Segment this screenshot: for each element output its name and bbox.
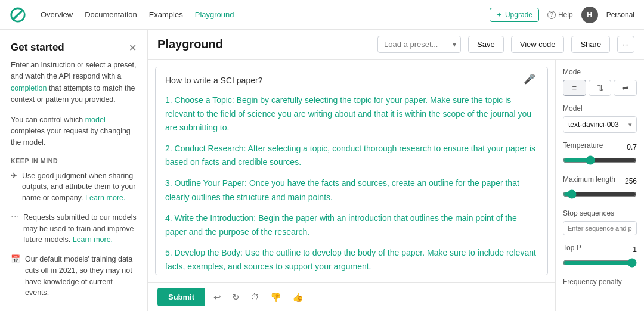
preset-select[interactable]: Load a preset... xyxy=(377,36,461,53)
max-length-slider[interactable] xyxy=(563,189,637,199)
preset-select-wrap: Load a preset... xyxy=(377,36,461,53)
top-p-value: 1 xyxy=(633,245,637,254)
sidebar-description-2: You can control which model completes yo… xyxy=(11,114,137,149)
sidebar-item-2: 〰 Requests submitted to our models may b… xyxy=(11,212,137,245)
mode-label: Mode xyxy=(563,68,637,76)
temperature-slider[interactable] xyxy=(563,156,637,165)
sidebar-item-1: ✈ Use good judgment when sharing outputs… xyxy=(11,170,137,204)
model-link[interactable]: model xyxy=(85,116,106,124)
sidebar-description: Enter an instruction or select a preset,… xyxy=(11,60,137,106)
nav-documentation[interactable]: Documentation xyxy=(85,10,137,19)
nav-examples[interactable]: Examples xyxy=(149,10,183,19)
help-button[interactable]: ? Help xyxy=(547,11,573,19)
content-area: Playground Load a preset... Save View co… xyxy=(148,30,644,311)
settings-panel: Mode ≡ ⇅ ⇌ Model text-davinci-003 xyxy=(556,60,644,311)
prompt-text: How to write a SCI paper? xyxy=(165,76,538,85)
more-button[interactable]: ··· xyxy=(617,36,634,53)
sidebar-item-3-text: Our default models' training data cuts o… xyxy=(25,254,137,298)
stop-sequences-label: Stop sequences xyxy=(563,209,637,217)
top-p-slider[interactable] xyxy=(563,258,637,268)
temperature-label: Temperature xyxy=(563,141,603,150)
max-length-value: 256 xyxy=(625,177,637,185)
frequency-penalty-label: Frequency penalty xyxy=(563,278,637,286)
model-select-wrap: text-davinci-003 xyxy=(563,116,637,133)
avatar[interactable]: H xyxy=(581,7,598,23)
close-button[interactable]: ✕ xyxy=(129,42,137,54)
topnav-right: ✦ Upgrade ? Help H Personal xyxy=(490,7,634,23)
playground-title: Playground xyxy=(157,38,370,51)
redo-icon[interactable]: ↻ xyxy=(230,290,242,305)
temperature-value: 0.7 xyxy=(627,143,637,151)
topnav: Overview Documentation Examples Playgrou… xyxy=(0,0,644,30)
top-p-row: Top P 1 xyxy=(563,244,637,256)
sidebar: Get started ✕ Enter an instruction or se… xyxy=(0,30,148,311)
bottom-bar: Submit ↩ ↻ ⏱ 👎 👍 xyxy=(148,282,555,311)
sidebar-item-3: 📅 Our default models' training data cuts… xyxy=(11,254,137,298)
keep-in-mind-label: KEEP IN MIND xyxy=(11,157,137,164)
response-item-2: 2. Conduct Research: After selecting a t… xyxy=(165,142,538,169)
personal-label[interactable]: Personal xyxy=(606,11,634,19)
mode-btn-1[interactable]: ≡ xyxy=(563,80,586,96)
mode-icon-2: ⇅ xyxy=(597,83,603,92)
help-label: Help xyxy=(558,11,573,19)
help-circle-icon: ? xyxy=(547,11,556,19)
model-label: Model xyxy=(563,104,637,113)
thumbs-up-icon[interactable]: 👍 xyxy=(290,290,306,305)
response-item-5: 5. Develop the Body: Use the outline to … xyxy=(165,246,538,273)
playground-header: Playground Load a preset... Save View co… xyxy=(148,30,644,60)
share-button[interactable]: Share xyxy=(571,36,610,53)
model-select[interactable]: text-davinci-003 xyxy=(563,116,637,133)
main-layout: Get started ✕ Enter an instruction or se… xyxy=(0,30,644,311)
history-icon[interactable]: ⏱ xyxy=(248,290,262,304)
upgrade-icon: ✦ xyxy=(496,11,502,19)
thumbs-down-icon[interactable]: 👎 xyxy=(268,290,284,305)
sidebar-item-1-text: Use good judgment when sharing outputs, … xyxy=(22,170,137,204)
response-item-1: 1. Choose a Topic: Begin by carefully se… xyxy=(165,94,538,135)
nav-links: Overview Documentation Examples Playgrou… xyxy=(41,10,475,19)
chart-icon: 〰 xyxy=(11,213,18,222)
text-area-wrap[interactable]: How to write a SCI paper? 1. Choose a To… xyxy=(155,67,548,275)
response-item-3: 3. Outline Your Paper: Once you have the… xyxy=(165,176,538,204)
playground-body: How to write a SCI paper? 1. Choose a To… xyxy=(148,60,644,311)
max-length-wrap: Maximum length 256 xyxy=(563,175,637,201)
undo-icon[interactable]: ↩ xyxy=(211,290,224,305)
logo-icon[interactable] xyxy=(10,7,26,23)
temperature-row: Temperature 0.7 xyxy=(563,141,637,153)
top-p-wrap: Top P 1 xyxy=(563,244,637,269)
upgrade-label: Upgrade xyxy=(505,11,532,19)
completion-link[interactable]: completion xyxy=(11,84,47,92)
upgrade-button[interactable]: ✦ Upgrade xyxy=(490,8,539,22)
response-item-4: 4. Write the Introduction: Begin the pap… xyxy=(165,212,538,239)
mode-icon-1: ≡ xyxy=(572,83,577,92)
submit-button[interactable]: Submit xyxy=(157,288,205,306)
stop-sequences-input[interactable] xyxy=(563,221,637,235)
sidebar-item-2-text: Requests submitted to our models may be … xyxy=(23,212,137,245)
calendar-icon: 📅 xyxy=(11,254,20,263)
mode-buttons: ≡ ⇅ ⇌ xyxy=(563,80,637,96)
save-button[interactable]: Save xyxy=(468,36,504,53)
mic-icon[interactable]: 🎤 xyxy=(524,73,535,85)
learn-more-link-1[interactable]: Learn more. xyxy=(85,194,125,202)
send-icon: ✈ xyxy=(11,171,17,180)
temperature-wrap: Temperature 0.7 xyxy=(563,141,637,167)
learn-more-link-2[interactable]: Learn more. xyxy=(73,235,113,244)
mode-icon-3: ⇌ xyxy=(622,83,628,92)
nav-playground[interactable]: Playground xyxy=(195,10,234,19)
top-p-label: Top P xyxy=(563,244,581,252)
max-length-row: Maximum length 256 xyxy=(563,175,637,187)
sidebar-header: Get started ✕ xyxy=(11,42,137,54)
text-section: How to write a SCI paper? 1. Choose a To… xyxy=(148,60,556,311)
mode-btn-2[interactable]: ⇅ xyxy=(589,80,612,96)
nav-overview[interactable]: Overview xyxy=(41,10,73,19)
view-code-button[interactable]: View code xyxy=(511,36,565,53)
response-text: 1. Choose a Topic: Begin by carefully se… xyxy=(165,94,538,273)
mode-btn-3[interactable]: ⇌ xyxy=(614,80,637,96)
max-length-label: Maximum length xyxy=(563,175,615,184)
sidebar-title: Get started xyxy=(11,42,64,54)
text-area-inner: How to write a SCI paper? 1. Choose a To… xyxy=(156,67,547,275)
